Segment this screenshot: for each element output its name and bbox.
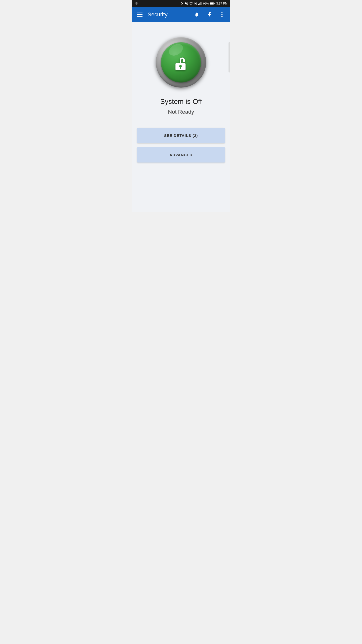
hamburger-menu-button[interactable]	[136, 12, 144, 18]
system-status-text: System is Off	[160, 98, 202, 106]
notification-bell-button[interactable]	[193, 11, 201, 19]
alarm-icon	[189, 2, 193, 5]
unlock-icon	[171, 52, 191, 72]
hamburger-line-2	[137, 14, 143, 15]
system-substatus-text: Not Ready	[168, 109, 194, 115]
svg-rect-13	[180, 67, 181, 69]
hamburger-line-1	[137, 13, 143, 13]
more-options-button[interactable]	[218, 11, 226, 19]
app-bar-actions	[193, 11, 226, 19]
status-bar-left	[134, 2, 179, 5]
svg-rect-7	[214, 3, 215, 4]
svg-point-8	[221, 12, 223, 13]
time: 3:37 PM	[216, 2, 228, 5]
svg-rect-3	[201, 2, 201, 5]
lock-outer-ring	[156, 37, 206, 88]
bell-icon	[194, 12, 200, 17]
bolt-icon	[207, 12, 211, 17]
advanced-button[interactable]: ADVANCED	[137, 147, 225, 163]
main-content: System is Off Not Ready SEE DETAILS (2) …	[132, 22, 230, 212]
network-type: 4G	[194, 2, 197, 5]
battery-percent: 99%	[203, 2, 209, 5]
wifi-icon	[134, 2, 139, 5]
battery-icon	[210, 2, 215, 5]
bolt-button[interactable]	[205, 11, 213, 19]
svg-rect-0	[198, 4, 199, 5]
app-bar: Security	[132, 7, 230, 22]
svg-point-10	[221, 16, 223, 17]
lock-inner-circle	[161, 42, 201, 83]
mute-icon	[185, 2, 188, 5]
security-status-button[interactable]	[156, 37, 206, 88]
svg-rect-6	[210, 3, 213, 4]
scrollbar-hint	[229, 42, 230, 72]
status-bar: 4G 99% 3:37 PM	[132, 0, 230, 7]
page-title: Security	[148, 11, 193, 18]
svg-rect-4	[201, 2, 202, 5]
hamburger-line-3	[137, 16, 143, 17]
lock-button-container	[156, 37, 206, 88]
bluetooth-icon	[181, 2, 184, 6]
svg-point-9	[221, 14, 223, 15]
svg-rect-1	[199, 3, 199, 5]
more-vertical-icon	[221, 12, 223, 17]
svg-rect-2	[200, 3, 200, 5]
signal-icon	[198, 2, 202, 5]
status-bar-right: 4G 99% 3:37 PM	[181, 2, 228, 6]
see-details-button[interactable]: SEE DETAILS (2)	[137, 128, 225, 143]
